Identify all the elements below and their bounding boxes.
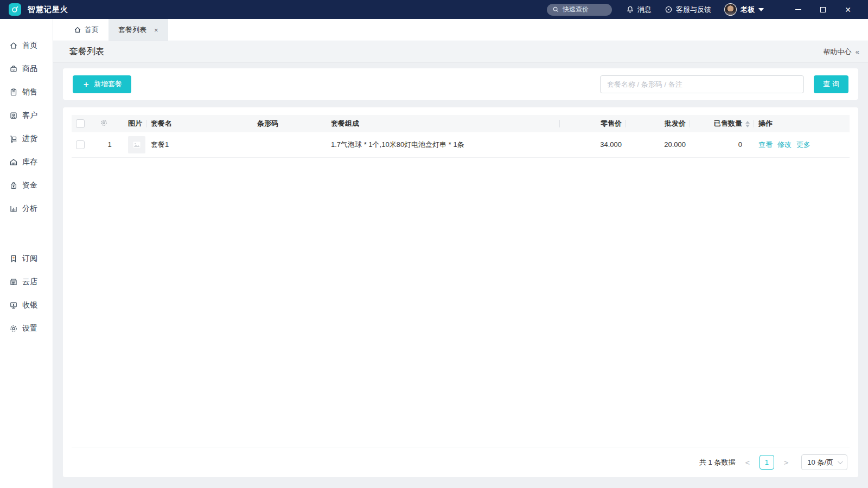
sidebar-item-subscribe[interactable]: 订阅 <box>0 247 53 270</box>
col-composition: 套餐组成 <box>327 115 560 132</box>
sidebar-item-customers[interactable]: 客户 <box>0 104 53 127</box>
collapse-icon: « <box>856 48 859 56</box>
sidebar-item-sales[interactable]: 销售 <box>0 80 53 104</box>
package-table: 图片 套餐名 条形码 套餐组成 零售价 批发价 已售数量 操作 <box>72 115 850 158</box>
sidebar-item-settings[interactable]: 设置 <box>0 317 53 340</box>
page-number-1[interactable]: 1 <box>760 455 774 470</box>
sidebar-item-goods[interactable]: 商品 <box>0 57 53 80</box>
search-icon <box>552 6 559 13</box>
table-row: 1 套餐1 1.7气泡球 * 1 <box>72 132 850 157</box>
purchase-icon <box>9 134 18 143</box>
table-header-row: 图片 套餐名 条形码 套餐组成 零售价 批发价 已售数量 操作 <box>72 115 850 132</box>
col-sold-qty[interactable]: 已售数量 <box>690 115 754 132</box>
sidebar-item-home[interactable]: 首页 <box>0 34 53 57</box>
edit-link[interactable]: 修改 <box>777 140 792 149</box>
package-search-input[interactable] <box>600 75 804 93</box>
toolbar: ＋ 新增套餐 查询 <box>63 68 858 100</box>
package-image-thumbnail[interactable] <box>128 136 145 153</box>
user-menu[interactable]: 老板 <box>724 3 764 16</box>
support-label: 客服与反馈 <box>676 5 711 15</box>
select-all-checkbox[interactable] <box>76 119 85 128</box>
tab-close-icon[interactable]: × <box>154 26 158 34</box>
image-placeholder-icon <box>132 140 141 149</box>
maximize-icon <box>820 7 826 12</box>
cell-barcode <box>253 132 327 157</box>
quick-price-search[interactable]: 快速查价 <box>547 4 612 16</box>
chevron-down-icon <box>838 459 843 464</box>
sidebar-item-analytics[interactable]: 分析 <box>0 197 53 220</box>
plus-icon: ＋ <box>82 79 90 89</box>
home-icon <box>9 41 18 50</box>
main-area: 首页 套餐列表 × 套餐列表 帮助中心 « ＋ 新增套餐 查询 <box>53 19 868 488</box>
help-center-link[interactable]: 帮助中心 « <box>823 47 859 57</box>
caret-down-icon <box>758 8 764 11</box>
cell-operations: 查看修改更多 <box>754 132 850 157</box>
column-settings-button[interactable] <box>100 119 108 127</box>
cell-sold-qty: 0 <box>690 132 754 157</box>
subscribe-icon <box>9 254 18 263</box>
row-index: 1 <box>95 132 124 157</box>
prev-page-button[interactable]: < <box>743 458 751 467</box>
messages-label: 消息 <box>637 5 652 15</box>
pagination-total: 共 1 条数据 <box>699 458 735 467</box>
user-name: 老板 <box>741 5 755 15</box>
pagination: 共 1 条数据 < 1 > 10 条/页 <box>72 447 850 477</box>
more-link[interactable]: 更多 <box>796 140 810 149</box>
col-image: 图片 <box>124 115 146 132</box>
quick-search-placeholder: 快速查价 <box>563 5 589 14</box>
cell-package-name: 套餐1 <box>146 132 253 157</box>
app-title: 智慧记星火 <box>28 5 68 15</box>
page-title: 套餐列表 <box>69 46 104 57</box>
sidebar-group-divider <box>0 220 53 247</box>
close-icon: ✕ <box>845 6 851 14</box>
sidebar-item-inventory[interactable]: 库存 <box>0 150 53 174</box>
customer-icon <box>9 111 18 120</box>
avatar <box>724 3 737 16</box>
cashier-icon <box>9 301 18 310</box>
col-barcode: 条形码 <box>253 115 327 132</box>
inventory-icon <box>9 158 18 166</box>
cloud-store-icon <box>9 278 18 286</box>
col-retail-price: 零售价 <box>560 115 626 132</box>
add-package-button[interactable]: ＋ 新增套餐 <box>73 75 131 93</box>
messages-button[interactable]: 消息 <box>626 5 652 15</box>
sales-icon <box>9 88 18 97</box>
app-logo-icon <box>9 3 21 16</box>
close-button[interactable]: ✕ <box>835 0 860 19</box>
minimize-icon <box>795 9 801 10</box>
goods-icon <box>9 65 18 73</box>
bell-icon <box>626 5 634 14</box>
window-controls: ✕ <box>786 0 860 19</box>
card-gap <box>53 100 868 107</box>
titlebar: 智慧记星火 快速查价 消息 客服与反馈 老板 ✕ <box>0 0 868 19</box>
sort-icon[interactable] <box>745 121 750 127</box>
page-header: 套餐列表 帮助中心 « <box>53 41 868 63</box>
sidebar-item-funds[interactable]: 资金 <box>0 174 53 197</box>
maximize-button[interactable] <box>810 0 835 19</box>
sidebar: 首页 商品 销售 客户 <box>0 19 53 488</box>
page-size-select[interactable]: 10 条/页 <box>801 454 847 470</box>
funds-icon <box>9 181 18 190</box>
analytics-icon <box>9 204 18 213</box>
col-operations: 操作 <box>754 115 850 132</box>
query-button[interactable]: 查询 <box>814 75 848 93</box>
column-settings-gear-icon <box>100 119 108 127</box>
cell-retail-price: 34.000 <box>560 132 626 157</box>
view-link[interactable]: 查看 <box>758 140 773 149</box>
headset-icon <box>665 5 673 14</box>
tab-home[interactable]: 首页 <box>64 19 108 41</box>
cell-composition: 1.7气泡球 * 1个,10米80灯电池盒灯串 * 1条 <box>327 132 560 157</box>
sidebar-item-purchase[interactable]: 进货 <box>0 127 53 150</box>
home-icon <box>74 26 81 34</box>
col-name: 套餐名 <box>146 115 253 132</box>
sidebar-item-cloud-store[interactable]: 云店 <box>0 270 53 293</box>
row-checkbox[interactable] <box>76 140 85 149</box>
tab-package-list[interactable]: 套餐列表 × <box>108 19 168 41</box>
sidebar-item-cashier[interactable]: 收银 <box>0 293 53 317</box>
next-page-button[interactable]: > <box>782 458 790 467</box>
support-feedback-button[interactable]: 客服与反馈 <box>665 5 711 15</box>
minimize-button[interactable] <box>786 0 810 19</box>
tab-strip: 首页 套餐列表 × <box>53 19 868 41</box>
col-wholesale-price: 批发价 <box>626 115 690 132</box>
cell-wholesale-price: 20.000 <box>626 132 690 157</box>
